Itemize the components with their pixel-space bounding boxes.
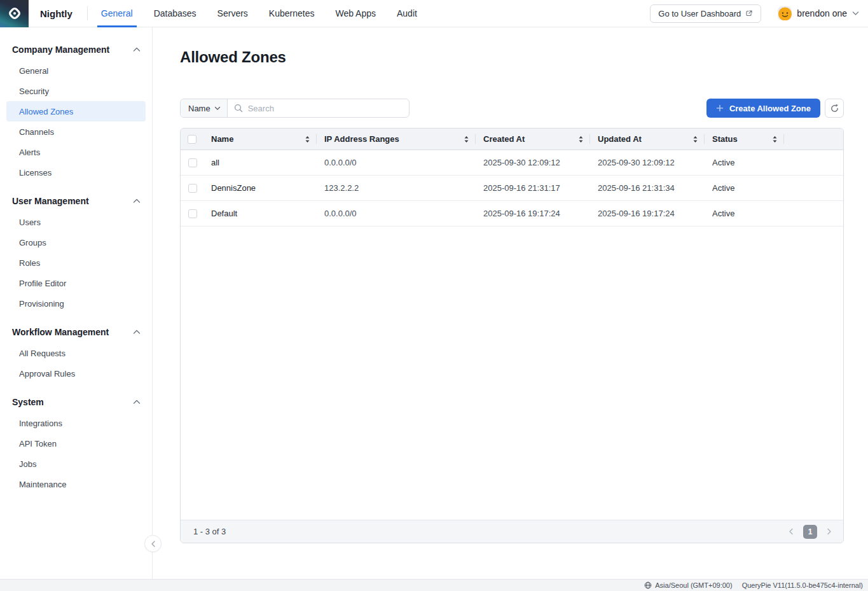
tab-servers[interactable]: Servers (217, 0, 248, 27)
table-row[interactable]: Default 0.0.0.0/0 2025-09-16 19:17:24 20… (181, 201, 843, 226)
sort-icon[interactable] (578, 136, 584, 143)
sidebar: Company Management General Security Allo… (0, 27, 153, 579)
section-header-system[interactable]: System (0, 391, 152, 413)
table-header-row: Name IP Address Ranges Created At (181, 129, 843, 150)
sidebar-item-allowed-zones[interactable]: Allowed Zones (6, 101, 146, 122)
querypie-logo-icon (6, 5, 23, 22)
sort-icon[interactable] (464, 136, 469, 143)
sidebar-item-provisioning[interactable]: Provisioning (6, 293, 146, 314)
sidebar-item-groups[interactable]: Groups (6, 232, 146, 253)
chevron-up-icon (133, 400, 141, 405)
go-to-user-dashboard-button[interactable]: Go to User Dashboard (650, 4, 761, 23)
filter-search-control: Name (180, 99, 410, 118)
cell-status: Active (705, 150, 784, 175)
cell-ip-address-ranges: 0.0.0.0/0 (317, 201, 476, 226)
select-all-checkbox[interactable] (188, 135, 196, 144)
create-allowed-zone-button[interactable]: Create Allowed Zone (706, 99, 820, 118)
cell-status: Active (705, 176, 784, 200)
column-label: Created At (483, 134, 525, 144)
column-header-name[interactable]: Name (203, 129, 317, 149)
status-bar: Asia/Seoul (GMT+09:00) QueryPie V11(11.5… (0, 579, 868, 591)
table-toolbar: Name Create (180, 99, 844, 118)
previous-page-button[interactable] (785, 525, 797, 538)
timezone-indicator[interactable]: Asia/Seoul (GMT+09:00) (644, 581, 732, 589)
cell-created-at: 2025-09-30 12:09:12 (476, 150, 590, 175)
cell-actions (784, 176, 843, 200)
cell-updated-at: 2025-09-30 12:09:12 (590, 150, 705, 175)
sidebar-item-integrations[interactable]: Integrations (6, 413, 146, 433)
search-icon (234, 104, 243, 113)
cell-actions (784, 201, 843, 226)
environment-label: Nightly (40, 8, 72, 19)
table-footer: 1 - 3 of 3 1 (181, 520, 843, 543)
sort-icon[interactable] (305, 136, 310, 143)
table-row[interactable]: all 0.0.0.0/0 2025-09-30 12:09:12 2025-0… (181, 150, 843, 176)
sidebar-item-maintenance[interactable]: Maintenance (6, 474, 146, 494)
sidebar-item-licenses[interactable]: Licenses (6, 162, 146, 183)
tab-databases[interactable]: Databases (154, 0, 196, 27)
sidebar-item-api-token[interactable]: API Token (6, 433, 146, 454)
column-header-created-at[interactable]: Created At (476, 129, 590, 149)
refresh-icon (830, 104, 839, 113)
section-title: User Management (12, 196, 89, 206)
allowed-zones-table: Name IP Address Ranges Created At (180, 128, 844, 543)
chevron-up-icon (133, 198, 141, 204)
pagination: 1 (785, 525, 836, 539)
table-row[interactable]: DennisZone 123.2.2.2 2025-09-16 21:31:17… (181, 176, 843, 201)
querypie-logo[interactable] (0, 0, 29, 27)
sidebar-item-general[interactable]: General (6, 60, 146, 81)
row-range-label: 1 - 3 of 3 (193, 527, 226, 536)
tab-audit[interactable]: Audit (397, 0, 417, 27)
sidebar-collapse-button[interactable] (144, 535, 162, 552)
sidebar-item-security[interactable]: Security (6, 81, 146, 101)
tab-web-apps[interactable]: Web Apps (335, 0, 376, 27)
section-title: Company Management (12, 45, 109, 55)
globe-icon (644, 581, 652, 589)
column-header-ip-address-ranges[interactable]: IP Address Ranges (317, 129, 476, 149)
header-checkbox-cell (181, 129, 203, 149)
row-checkbox[interactable] (188, 209, 197, 218)
tab-general[interactable]: General (101, 0, 133, 27)
cell-ip-address-ranges: 0.0.0.0/0 (317, 150, 476, 175)
sort-icon[interactable] (772, 136, 778, 143)
sidebar-item-all-requests[interactable]: All Requests (6, 343, 146, 363)
column-header-updated-at[interactable]: Updated At (590, 129, 705, 149)
page-title: Allowed Zones (180, 48, 844, 66)
sidebar-item-jobs[interactable]: Jobs (6, 454, 146, 474)
external-link-icon (745, 10, 753, 17)
avatar (778, 6, 792, 20)
row-checkbox[interactable] (188, 158, 197, 167)
row-checkbox-cell (181, 150, 203, 175)
section-header-company-management[interactable]: Company Management (0, 39, 152, 60)
plus-icon (716, 104, 724, 112)
version-label: QueryPie V11(11.5.0-be475c4-internal) (742, 581, 863, 589)
cell-ip-address-ranges: 123.2.2.2 (317, 176, 476, 200)
column-header-status[interactable]: Status (705, 129, 784, 149)
cell-created-at: 2025-09-16 19:17:24 (476, 201, 590, 226)
row-checkbox-cell (181, 201, 203, 226)
tab-kubernetes[interactable]: Kubernetes (269, 0, 315, 27)
sidebar-item-roles[interactable]: Roles (6, 253, 146, 273)
chevron-down-icon (214, 106, 221, 111)
column-label: Name (211, 134, 233, 144)
user-name: brendon one (797, 8, 847, 18)
sort-icon[interactable] (692, 136, 698, 143)
chevron-left-icon (151, 541, 156, 547)
sidebar-item-profile-editor[interactable]: Profile Editor (6, 273, 146, 293)
refresh-button[interactable] (825, 99, 844, 118)
row-checkbox[interactable] (188, 184, 197, 193)
cell-updated-at: 2025-09-16 19:17:24 (590, 201, 705, 226)
section-header-user-management[interactable]: User Management (0, 190, 152, 212)
column-header-actions (784, 129, 843, 149)
main-content: Allowed Zones Name (153, 27, 868, 579)
sidebar-item-approval-rules[interactable]: Approval Rules (6, 363, 146, 384)
filter-field-dropdown[interactable]: Name (181, 99, 228, 117)
search-input[interactable] (248, 104, 403, 113)
sidebar-item-alerts[interactable]: Alerts (6, 142, 146, 162)
section-header-workflow-management[interactable]: Workflow Management (0, 321, 152, 343)
page-number-button[interactable]: 1 (803, 525, 817, 539)
sidebar-item-users[interactable]: Users (6, 212, 146, 232)
user-menu[interactable]: brendon one (778, 6, 859, 20)
next-page-button[interactable] (823, 525, 836, 538)
sidebar-item-channels[interactable]: Channels (6, 122, 146, 142)
